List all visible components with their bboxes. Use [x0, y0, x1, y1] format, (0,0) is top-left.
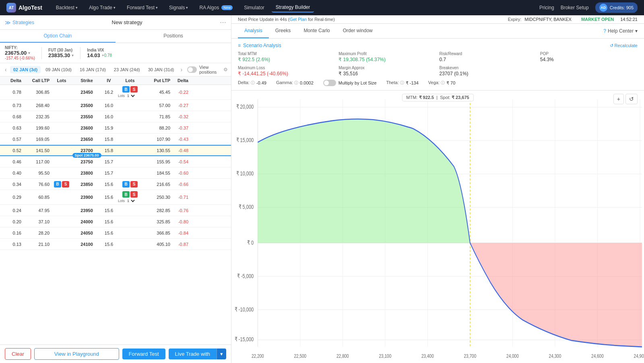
prev-date-nav[interactable]: ‹: [3, 66, 8, 74]
recalculate-button[interactable]: ↺ Recalculate: [610, 43, 638, 48]
tab-analysis[interactable]: Analysis: [238, 24, 269, 38]
tab-monte-carlo[interactable]: Monte Carlo: [297, 24, 336, 38]
buy-button[interactable]: B: [122, 181, 130, 188]
delta-call: 0.24: [3, 208, 21, 213]
date-chip-0[interactable]: 02 JAN (3d): [10, 66, 41, 73]
table-row: 0.46 117.00 23750 15.7 155.95 -0.54: [0, 156, 231, 167]
call-ltp: 268.40: [21, 103, 50, 108]
iv: 15.8: [100, 137, 118, 142]
user-avatar: AD: [599, 4, 607, 12]
strike-price: 24100: [74, 242, 100, 247]
chart-toolbar: + ↺: [613, 94, 638, 104]
more-options-icon[interactable]: ⋯: [220, 19, 226, 26]
date-chip-1[interactable]: 09 JAN (10d): [42, 66, 75, 73]
delta-put: -0.71: [170, 195, 188, 200]
svg-text:₹ 0: ₹ 0: [247, 239, 254, 246]
strike-price: 23850: [74, 182, 100, 187]
nav-ra-algos[interactable]: RA Algos New: [195, 3, 237, 12]
metric-label: Margin Approx: [339, 66, 436, 70]
sell-button[interactable]: S: [130, 181, 138, 188]
buy-button[interactable]: B: [122, 86, 130, 93]
buy-button[interactable]: B: [122, 191, 130, 198]
delta-put: -0.76: [170, 208, 188, 213]
lot-size-switch[interactable]: [323, 80, 336, 86]
vix-label: India VIX: [87, 48, 112, 52]
credits-badge[interactable]: AD Credits: 905: [595, 2, 638, 13]
metric-max-loss: Maximum Loss ₹ -14,441.25 (-40.66%): [238, 66, 335, 76]
view-positions-label[interactable]: View positions: [199, 65, 220, 74]
metrics-grid-1: Total MTM ₹ 922.5 (2.6%) Maximum Profit …: [238, 52, 638, 76]
get-plan-link[interactable]: Get Plan: [289, 17, 307, 22]
lots-put[interactable]: B S: [118, 181, 142, 188]
delta-call: 0.73: [3, 103, 21, 108]
lots-put[interactable]: B S Lots 1: [118, 191, 142, 203]
next-date-nav[interactable]: ›: [179, 66, 184, 74]
tab-order-window[interactable]: Order window: [336, 24, 379, 38]
date-row: ‹ 02 JAN (3d) 09 JAN (10d) 16 JAN (17d) …: [0, 63, 231, 76]
view-in-playground-button[interactable]: View in Playground: [34, 348, 119, 360]
lots-select[interactable]: 1: [126, 198, 136, 203]
pricing-link[interactable]: Pricing: [539, 5, 554, 10]
live-trade-button[interactable]: Live Trade with: [169, 349, 217, 359]
top-navigation: AT AlgoTest Backtest ▾ Algo Trade ▾ Forw…: [0, 0, 644, 15]
put-ltp: 155.95: [142, 159, 170, 164]
lots-select[interactable]: 1: [126, 93, 136, 98]
zoom-in-button[interactable]: +: [613, 94, 624, 104]
delta-call: 0.46: [3, 159, 21, 164]
info-icon: ⓘ: [294, 80, 298, 85]
chevron-down-icon: ▾: [114, 6, 116, 10]
clear-button[interactable]: Clear: [5, 348, 31, 360]
strike-price: 23450: [74, 90, 100, 95]
delta-put: -0.22: [170, 90, 188, 95]
nav-algo-trade[interactable]: Algo Trade ▾: [85, 3, 120, 12]
view-positions-toggle: View positions: [187, 65, 220, 74]
divider: [41, 47, 42, 59]
strategies-link[interactable]: ≫ Strategies: [5, 19, 34, 26]
strike-price: 23500: [74, 103, 100, 108]
strike-price: 23650: [74, 137, 100, 142]
iv: 15.6: [100, 231, 118, 235]
nav-forward-test[interactable]: Forward Test ▾: [123, 3, 162, 12]
broker-setup-link[interactable]: Broker Setup: [561, 5, 589, 10]
table-header: Delta Call LTP Lots Strike IV Lots Put L…: [0, 76, 231, 85]
refresh-button[interactable]: ↺: [625, 94, 638, 104]
iv: 15.9: [100, 126, 118, 130]
date-chip-4[interactable]: 30 JAN (31d): [145, 66, 178, 73]
settings-icon[interactable]: ⚙: [223, 67, 228, 72]
buy-button[interactable]: B: [54, 181, 61, 188]
call-ltp: 60.85: [21, 195, 50, 200]
main-layout: ≫ Strategies New strategy ⋯ Option Chain…: [0, 15, 644, 363]
iv: 15.6: [100, 219, 118, 224]
svg-text:22,500: 22,500: [294, 353, 306, 359]
date-chip-3[interactable]: 23 JAN (24d): [111, 66, 143, 73]
help-center-button[interactable]: ? Help Center ▾: [603, 28, 638, 34]
nav-signals[interactable]: Signals ▾: [165, 3, 192, 12]
nav-backtest[interactable]: Backtest ▾: [52, 3, 82, 12]
header-strike: Strike: [74, 78, 100, 83]
tab-option-chain[interactable]: Option Chain: [0, 30, 116, 43]
strike-price: 23600: [74, 126, 100, 130]
sell-button[interactable]: S: [130, 86, 138, 93]
lots-call[interactable]: B S: [50, 181, 74, 188]
call-ltp: 141.50: [21, 148, 50, 153]
live-trade-dropdown[interactable]: ▾: [217, 349, 226, 359]
date-chip-2[interactable]: 16 JAN (17d): [76, 66, 109, 73]
sell-button[interactable]: S: [130, 191, 138, 198]
lots-put[interactable]: B S Lots 1: [118, 86, 142, 98]
metric-label: Risk/Reward: [440, 52, 537, 56]
forward-test-button[interactable]: Forward Test: [122, 349, 165, 359]
sell-button[interactable]: S: [62, 181, 69, 188]
tab-greeks[interactable]: Greeks: [269, 24, 297, 38]
positions-toggle-switch[interactable]: [187, 66, 197, 73]
svg-text:22,800: 22,800: [336, 353, 349, 359]
put-ltp: 71.85: [142, 114, 170, 119]
call-ltp: 199.60: [21, 126, 50, 130]
metric-total-mtm: Total MTM ₹ 922.5 (2.6%): [238, 52, 335, 62]
metric-label: POP: [540, 52, 638, 56]
nav-simulator[interactable]: Simulator: [240, 3, 268, 12]
tab-positions[interactable]: Positions: [116, 30, 231, 43]
delta-put: -0.80: [170, 219, 188, 224]
nav-strategy-builder[interactable]: Strategy Builder: [272, 3, 314, 12]
app-logo[interactable]: AT AlgoTest: [6, 3, 42, 12]
fut-index: FUT (30 Jan) 23835.30 ▾: [48, 48, 74, 58]
